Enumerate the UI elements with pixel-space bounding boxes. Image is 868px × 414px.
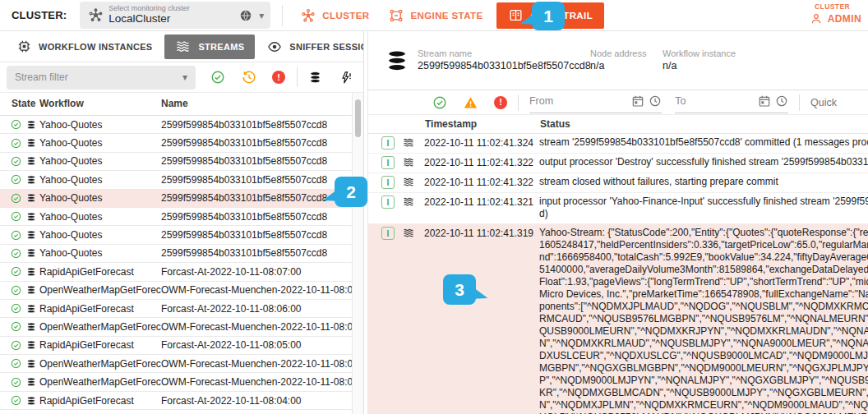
stream-table-header: State Workflow Name <box>0 93 363 116</box>
stream-table-row[interactable]: OpenWeatherMapGetForecast OWM-Forecast-M… <box>0 355 363 373</box>
waves-icon <box>403 137 414 148</box>
workflow-cell: Yahoo-Quotes <box>39 229 161 241</box>
tab-workflow-instances-label: WORKFLOW INSTANCES <box>39 42 152 52</box>
stream-filter-input[interactable] <box>15 71 182 83</box>
stream-table-row[interactable]: Yahoo-Quotes 2599f599854b033101bf5e8f550… <box>0 190 363 208</box>
workflow-cell: Yahoo-Quotes <box>39 119 161 131</box>
tab-sniffer-sessions[interactable]: SNIFFER SESSIONS <box>256 34 364 59</box>
stream-table-row[interactable]: Yahoo-Quotes 2599f599854b033101bf5e8f550… <box>0 208 363 226</box>
error-filter-icon[interactable]: ! <box>272 71 285 84</box>
admin-menu[interactable]: CLUSTER ADMIN <box>810 2 861 25</box>
audit-log-row[interactable]: I 2022-10-11 11:02:41.322 output process… <box>368 154 868 173</box>
check-circle-icon <box>11 174 21 185</box>
flash-alert-icon[interactable] <box>339 71 353 85</box>
waves-icon <box>403 228 414 238</box>
stream-table-row[interactable]: RapidApiGetForecast Forcast-At-2022-10-1… <box>0 263 363 281</box>
right-panel: Stream name 2599f599854b033101bf5e8f5507… <box>367 31 868 414</box>
annotation-2-label: 2 <box>346 182 356 202</box>
cluster-selector[interactable]: Select monitoring cluster LocalCluster ▾ <box>80 2 270 29</box>
audit-filterbar: ! From To <box>368 90 868 115</box>
stream-table-row[interactable]: Yahoo-Quotes 2599f599854b033101bf5e8f550… <box>0 134 363 152</box>
timestamp-cell: 2022-10-11 11:02:41.321 <box>424 196 539 209</box>
name-cell: 2599f599854b033101bf5e8f5507ccd8 <box>161 211 363 223</box>
error-filter-icon[interactable]: ! <box>494 96 507 109</box>
audit-log-row[interactable]: I 2022-10-11 11:02:41.319 Yahoo-Stream: … <box>368 224 868 414</box>
state-cell <box>0 119 39 130</box>
check-circle-icon <box>11 119 21 130</box>
database-icon <box>26 322 36 332</box>
database-icon <box>26 193 36 203</box>
database-icon <box>26 212 36 222</box>
engine-state-label: ENGINE STATE <box>410 11 482 21</box>
stream-table-row[interactable]: OpenWeatherMapGetForecast OWM-Forecast-M… <box>0 373 363 391</box>
state-cell <box>0 285 39 296</box>
tab-streams[interactable]: STREAMS <box>164 34 255 59</box>
name-cell: 2599f599854b033101bf5e8f5507ccd8 <box>161 229 363 241</box>
column-state: State <box>0 98 39 109</box>
database-icon <box>26 175 36 185</box>
workflow-cell: OpenWeatherMapGetForecast <box>39 321 161 333</box>
database-icon <box>385 48 409 73</box>
status-line: stream '2599f599854b033101bf5e8f5507ccd8… <box>539 136 868 149</box>
annotation-callout-3: 3 <box>443 274 476 305</box>
waves-icon <box>175 39 191 53</box>
check-circle-icon <box>11 248 21 259</box>
stream-table-row[interactable]: OpenWeatherMapGetForecast OWM-Forecast-M… <box>0 282 363 300</box>
engine-state-nav-button[interactable]: ENGINE STATE <box>379 0 492 31</box>
from-label: From <box>529 95 627 107</box>
from-date-field[interactable]: From <box>529 92 662 113</box>
check-circle-icon <box>11 193 21 204</box>
status-line: N","^NQDMXKRLMAUD","^NQUSBLMJPY","^NQNA9… <box>539 338 868 350</box>
stream-table-row[interactable]: RapidApiGetForecast Forcast-At-2022-10-1… <box>0 300 363 318</box>
app-window: CLUSTER: Select monitoring cluster Local… <box>0 0 868 414</box>
history-filter-icon[interactable] <box>242 70 256 85</box>
info-badge-icon: I <box>381 196 395 209</box>
workflow-cell: Yahoo-Quotes <box>39 155 161 167</box>
left-panel: WORKFLOW INSTANCES STREAMS <box>0 31 364 414</box>
to-date-field[interactable]: To <box>675 92 788 113</box>
clock-icon[interactable] <box>775 94 788 108</box>
left-scrollbar[interactable] <box>352 93 363 414</box>
cluster-selector-value: LocalCluster <box>108 13 239 25</box>
success-filter-icon[interactable] <box>432 95 447 110</box>
tab-workflow-instances[interactable]: WORKFLOW INSTANCES <box>7 34 163 59</box>
waves-icon <box>403 157 414 168</box>
audit-log-row[interactable]: I 2022-10-11 11:02:41.321 input processo… <box>368 193 868 224</box>
database-icon <box>26 230 36 240</box>
tab-sniffer-sessions-label: SNIFFER SESSIONS <box>289 42 364 52</box>
workflow-cell: Yahoo-Quotes <box>39 192 161 204</box>
calendar-icon[interactable] <box>631 94 644 108</box>
stream-table-row[interactable]: RapidApiGetForecast Forcast-At-2022-10-1… <box>0 337 363 355</box>
stream-table-row[interactable]: Yahoo-Quotes 2599f599854b033101bf5e8f550… <box>0 226 363 244</box>
audit-log-row[interactable]: I 2022-10-11 11:02:41.324 stream '2599f5… <box>368 134 868 154</box>
database-icon <box>26 285 36 295</box>
database-icon <box>26 138 36 148</box>
stream-table-row[interactable]: OpenWeatherMapGetForecast OWM-Forecast-M… <box>0 318 363 336</box>
stream-table-row[interactable]: Yahoo-Quotes 2599f599854b033101bf5e8f550… <box>0 171 363 189</box>
stream-table-row[interactable]: Yahoo-Quotes 2599f599854b033101bf5e8f550… <box>0 116 363 134</box>
database-icon <box>26 120 36 130</box>
check-circle-icon <box>11 340 21 351</box>
stream-table-row[interactable]: Yahoo-Quotes 2599f599854b033101bf5e8f550… <box>0 245 363 263</box>
warning-filter-icon[interactable] <box>463 95 478 110</box>
clock-icon[interactable] <box>649 94 662 108</box>
calendar-icon[interactable] <box>758 94 771 108</box>
stream-filter-field[interactable]: ▾ <box>7 66 196 90</box>
name-cell: Forcast-At-2022-10-11-08:07:00 <box>161 266 363 278</box>
audit-table-header: Timestamp Status <box>368 115 868 134</box>
cluster-nav-button[interactable]: CLUSTER <box>291 0 379 31</box>
database-icon <box>26 377 36 387</box>
stream-table-row[interactable]: OpenWeatherMapGetForecast OWM-Forecast-M… <box>0 410 363 414</box>
streams-icon[interactable] <box>308 71 322 85</box>
audit-log-row[interactable]: I 2022-10-11 11:02:41.322 stream closed … <box>368 173 868 193</box>
stream-table-row[interactable]: Yahoo-Quotes 2599f599854b033101bf5e8f550… <box>0 153 363 171</box>
success-filter-icon[interactable] <box>210 70 225 85</box>
state-cell <box>0 340 39 351</box>
state-cell <box>0 230 39 241</box>
name-cell: 2599f599854b033101bf5e8f5507ccd8 <box>161 174 363 186</box>
name-cell: Forcast-At-2022-10-11-08:04:00 <box>161 395 363 407</box>
node-address-field: Node address n/a <box>590 48 663 72</box>
stream-table-row[interactable]: RapidApiGetForecast Forcast-At-2022-10-1… <box>0 392 363 410</box>
left-scrollbar-thumb[interactable] <box>355 99 361 137</box>
quick-filter-label[interactable]: Quick <box>810 97 868 108</box>
